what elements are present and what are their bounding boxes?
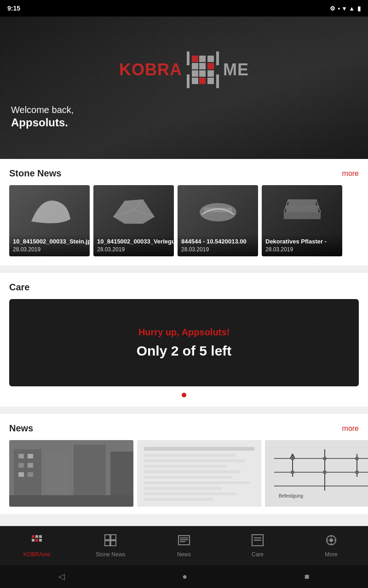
svg-point-61 <box>323 457 327 460</box>
stone-card-title: 844544 - 10.5420013.00 <box>181 238 254 245</box>
section-gap-2 <box>0 410 368 414</box>
svg-rect-16 <box>207 70 214 77</box>
svg-rect-49 <box>144 492 236 495</box>
svg-rect-41 <box>144 447 254 451</box>
svg-rect-14 <box>192 70 198 77</box>
stone-card-image <box>9 185 90 235</box>
stone-card[interactable]: 10_8415002_00033_Stein.jpg 28.03.2019 <box>9 185 90 256</box>
svg-rect-50 <box>144 498 213 501</box>
stone-news-title: Stone News <box>9 168 61 179</box>
svg-rect-22 <box>284 212 321 219</box>
sim-icon: ▪ <box>338 5 340 12</box>
stone-card[interactable]: Dekoratives Pflaster - 28.03.2019 <box>262 185 342 256</box>
svg-rect-70 <box>35 539 38 542</box>
svg-point-63 <box>291 470 294 474</box>
nav-item-kobrame[interactable]: KOBRAme <box>14 534 60 558</box>
nav-item-news[interactable]: News <box>161 534 207 558</box>
news-header: News more <box>0 423 368 440</box>
back-button[interactable]: ◁ <box>58 571 65 582</box>
stone-news-more[interactable]: more <box>342 170 359 178</box>
news-card-image: Befestigung <box>265 440 368 507</box>
svg-rect-69 <box>32 539 34 542</box>
care-section: Care Hurry up, Appsoluts! Only 2 of 5 le… <box>0 273 368 407</box>
stone-card-date: 28.03.2019 <box>265 246 339 253</box>
stone-card-date: 28.03.2019 <box>13 246 86 253</box>
care-header: Care <box>0 282 368 299</box>
svg-rect-44 <box>144 465 227 468</box>
svg-text:Befestigung: Befestigung <box>279 493 303 498</box>
stone-news-header: Stone News more <box>0 168 368 185</box>
svg-rect-83 <box>254 537 261 538</box>
nav-label-stone-news: Stone News <box>96 551 126 558</box>
svg-point-64 <box>323 470 327 474</box>
stone-card-title: 10_8415002_00033_Verlegung.j <box>97 238 170 245</box>
svg-rect-11 <box>199 63 206 69</box>
recent-button[interactable]: ■ <box>305 572 310 582</box>
status-bar: 9:15 ⚙ ▪ ▾ ▲ ▮ <box>0 0 368 17</box>
svg-rect-10 <box>199 56 206 62</box>
svg-point-60 <box>291 457 294 460</box>
home-button[interactable]: ● <box>182 572 187 582</box>
svg-rect-24 <box>288 199 316 205</box>
stone-card-image <box>262 185 342 235</box>
svg-rect-71 <box>39 535 42 538</box>
settings-icon: ⚙ <box>330 5 335 12</box>
svg-rect-36 <box>28 463 33 468</box>
news-more[interactable]: more <box>342 424 359 433</box>
system-nav: ◁ ● ■ <box>0 565 368 588</box>
care-title: Care <box>9 282 29 293</box>
svg-point-62 <box>355 457 359 460</box>
svg-rect-47 <box>144 481 250 484</box>
svg-rect-15 <box>199 70 206 77</box>
svg-rect-68 <box>35 535 38 538</box>
svg-rect-76 <box>111 541 116 546</box>
nav-item-stone-news[interactable]: Stone News <box>87 534 133 558</box>
care-banner[interactable]: Hurry up, Appsoluts! Only 2 of 5 left <box>9 299 359 386</box>
news-card[interactable] <box>137 440 261 507</box>
svg-rect-75 <box>105 541 110 546</box>
news-card[interactable]: Befestigung <box>265 440 368 507</box>
kobrame-icon <box>30 534 43 549</box>
nav-label-more: More <box>325 551 337 558</box>
svg-rect-33 <box>18 454 24 458</box>
stone-card-date: 28.03.2019 <box>181 246 254 253</box>
stone-card-image <box>93 185 174 235</box>
nav-item-more[interactable]: More <box>308 534 354 558</box>
news-card-image <box>137 440 261 507</box>
stone-news-scroll[interactable]: 10_8415002_00033_Stein.jpg 28.03.2019 10… <box>0 185 368 261</box>
stone-card-overlay: Dekoratives Pflaster - 28.03.2019 <box>262 234 342 256</box>
svg-rect-2 <box>187 51 190 65</box>
news-scroll[interactable]: Befestigung <box>0 440 368 514</box>
more-icon <box>325 534 338 549</box>
news-title: News <box>9 423 33 434</box>
stone-card-title: Dekoratives Pflaster - <box>265 238 339 245</box>
stone-card-overlay: 10_8415002_00033_Verlegung.j 28.03.2019 <box>93 234 174 256</box>
news-icon <box>178 534 190 549</box>
stone-card[interactable]: 844544 - 10.5420013.00 28.03.2019 <box>178 185 258 256</box>
svg-rect-13 <box>207 63 214 69</box>
news-section: News more <box>0 414 368 514</box>
stone-card-title: 10_8415002_00033_Stein.jpg <box>13 238 86 245</box>
stone-news-section: Stone News more 10_8415002_00033_Stein.j… <box>0 159 368 266</box>
stone-card-image <box>178 185 258 235</box>
nav-label-kobrame: KOBRAme <box>23 551 51 558</box>
welcome-line1: Welcome back, <box>11 103 74 116</box>
logo-container: KOBRA <box>11 49 357 90</box>
svg-rect-79 <box>180 539 188 540</box>
svg-rect-38 <box>28 472 33 477</box>
care-dot-active <box>182 393 186 397</box>
svg-rect-7 <box>216 74 219 88</box>
nav-item-care[interactable]: Care <box>235 534 281 558</box>
stone-card[interactable]: 10_8415002_00033_Verlegung.j 28.03.2019 <box>93 185 174 256</box>
svg-rect-34 <box>28 454 33 458</box>
hero-section: KOBRA <box>0 17 368 159</box>
stone-card-overlay: 844544 - 10.5420013.00 28.03.2019 <box>178 234 258 256</box>
news-card[interactable] <box>9 440 133 507</box>
svg-rect-43 <box>144 459 245 462</box>
svg-rect-46 <box>144 476 231 479</box>
welcome-line2: Appsoluts. <box>11 116 68 129</box>
svg-rect-37 <box>18 472 24 477</box>
news-card-image <box>9 440 133 507</box>
svg-rect-17 <box>192 78 198 84</box>
svg-rect-23 <box>286 205 318 212</box>
